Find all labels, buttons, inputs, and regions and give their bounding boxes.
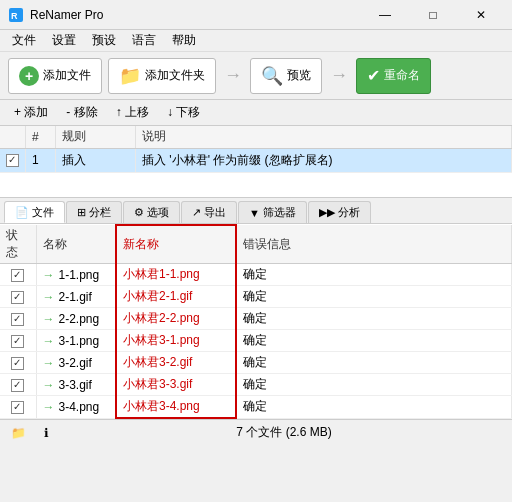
arrow-icon: → [43,334,55,348]
rules-section: # 规则 说明 1 插入 插入 '小林君' 作为前缀 (忽略扩展名) [0,126,512,198]
menu-settings[interactable]: 设置 [44,30,84,51]
file-name-cell: →2-2.png [36,308,116,330]
file-new-name-cell: 小林君3-3.gif [116,374,236,396]
file-error-cell: 确定 [236,396,512,419]
arrow-icon: → [43,400,55,414]
arrow-icon: → [43,268,55,282]
rename-button[interactable]: ✔ 重命名 [356,58,431,94]
tab-export-label: 导出 [204,205,226,220]
tab-analysis[interactable]: ▶▶ 分析 [308,201,371,223]
main-toolbar: + 添加文件 📁 添加文件夹 → 🔍 预览 → ✔ 重命名 [0,52,512,100]
file-name-cell: →3-3.gif [36,374,116,396]
col-desc: 说明 [136,126,512,148]
file-checkbox[interactable] [11,401,24,414]
file-checkbox[interactable] [11,357,24,370]
file-name: 2-2.png [59,312,100,326]
table-row[interactable]: →3-4.png小林君3-4.png确定 [0,396,512,419]
new-name-text: 小林君2-1.gif [123,289,192,303]
status-info-icon[interactable]: ℹ [36,423,56,443]
menu-presets[interactable]: 预设 [84,30,124,51]
file-status-cell [0,352,36,374]
file-name: 3-3.gif [59,378,92,392]
maximize-button[interactable]: □ [410,1,456,29]
tab-filter-icon: ▼ [249,207,260,219]
tab-filter-label: 筛选器 [263,205,296,220]
file-status-cell [0,330,36,352]
files-section: 状态 名称 新名称 错误信息 →1-1.png小林君1-1.png确定→2-1.… [0,224,512,419]
move-up-button[interactable]: ↑ 上移 [108,102,157,123]
file-name-cell: →1-1.png [36,264,116,286]
tab-analysis-icon: ▶▶ [319,206,335,219]
file-new-name-cell: 小林君2-1.gif [116,286,236,308]
close-button[interactable]: ✕ [458,1,504,29]
add-folder-button[interactable]: 📁 添加文件夹 [108,58,216,94]
table-row[interactable]: →2-1.gif小林君2-1.gif确定 [0,286,512,308]
add-files-button[interactable]: + 添加文件 [8,58,102,94]
menu-file[interactable]: 文件 [4,30,44,51]
add-icon: + [19,66,39,86]
file-checkbox[interactable] [11,313,24,326]
col-new-name: 新名称 [116,225,236,264]
rule-name: 插入 [56,148,136,172]
rule-checkbox-cell[interactable] [0,148,26,172]
rule-num: 1 [26,148,56,172]
new-name-text: 小林君3-1.png [123,333,200,347]
tab-export[interactable]: ↗ 导出 [181,201,237,223]
file-status-cell [0,374,36,396]
file-name-cell: →2-1.gif [36,286,116,308]
preview-button[interactable]: 🔍 预览 [250,58,322,94]
svg-text:R: R [11,11,18,21]
file-status-cell [0,308,36,330]
table-row[interactable]: →3-2.gif小林君3-2.gif确定 [0,352,512,374]
rename-label: 重命名 [384,67,420,84]
rule-checkbox[interactable] [6,154,19,167]
file-checkbox[interactable] [11,335,24,348]
file-checkbox[interactable] [11,291,24,304]
new-name-text: 小林君3-3.gif [123,377,192,391]
menu-language[interactable]: 语言 [124,30,164,51]
app-title: ReNamer Pro [30,8,362,22]
tab-files[interactable]: 📄 文件 [4,201,65,223]
file-error-cell: 确定 [236,330,512,352]
status-bar: 📁 ℹ 7 个文件 (2.6 MB) [0,419,512,445]
menu-help[interactable]: 帮助 [164,30,204,51]
add-folder-label: 添加文件夹 [145,67,205,84]
add-rule-button[interactable]: + 添加 [6,102,56,123]
table-row[interactable]: →2-2.png小林君2-2.png确定 [0,308,512,330]
rule-desc: 插入 '小林君' 作为前缀 (忽略扩展名) [136,148,512,172]
status-folder-icon[interactable]: 📁 [8,423,28,443]
new-name-text: 小林君1-1.png [123,267,200,281]
file-checkbox[interactable] [11,379,24,392]
file-checkbox[interactable] [11,269,24,282]
file-name-cell: →3-1.png [36,330,116,352]
preview-label: 预览 [287,67,311,84]
arrow-icon: → [43,378,55,392]
tab-files-icon: 📄 [15,206,29,219]
file-error-cell: 确定 [236,286,512,308]
file-new-name-cell: 小林君3-1.png [116,330,236,352]
files-table: 状态 名称 新名称 错误信息 →1-1.png小林君1-1.png确定→2-1.… [0,224,512,419]
tab-options[interactable]: ⚙ 选项 [123,201,180,223]
new-name-text: 小林君2-2.png [123,311,200,325]
table-row[interactable]: →3-3.gif小林君3-3.gif确定 [0,374,512,396]
arrow-icon: → [43,290,55,304]
col-rule: 规则 [56,126,136,148]
file-status-cell [0,264,36,286]
table-row[interactable]: →3-1.png小林君3-1.png确定 [0,330,512,352]
file-count-text: 7 个文件 (2.6 MB) [64,424,504,441]
file-status-cell [0,286,36,308]
file-name: 3-2.gif [59,356,92,370]
file-new-name-cell: 小林君1-1.png [116,264,236,286]
minimize-button[interactable]: — [362,1,408,29]
file-new-name-cell: 小林君3-2.gif [116,352,236,374]
remove-rule-button[interactable]: - 移除 [58,102,105,123]
table-row[interactable]: 1 插入 插入 '小林君' 作为前缀 (忽略扩展名) [0,148,512,172]
arrow-icon: → [43,356,55,370]
new-name-text: 小林君3-4.png [123,399,200,413]
table-row[interactable]: →1-1.png小林君1-1.png确定 [0,264,512,286]
tab-filter[interactable]: ▼ 筛选器 [238,201,307,223]
tab-analysis-label: 分析 [338,205,360,220]
move-down-button[interactable]: ↓ 下移 [159,102,208,123]
tab-columns[interactable]: ⊞ 分栏 [66,201,122,223]
folder-icon: 📁 [119,65,141,87]
